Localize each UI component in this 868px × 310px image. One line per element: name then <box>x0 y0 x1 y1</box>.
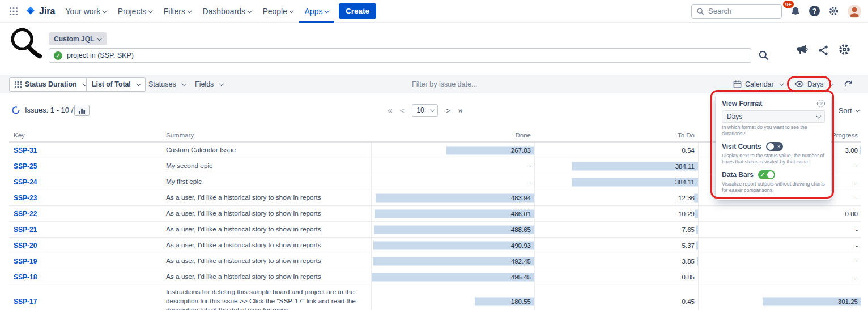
data-bars-toggle[interactable]: ✓ <box>758 170 775 179</box>
nav-item-projects[interactable]: Projects <box>112 0 158 23</box>
issue-key-link[interactable]: SSP-19 <box>14 257 37 265</box>
chevron-down-icon <box>248 8 252 13</box>
report-settings-gear-icon[interactable] <box>838 43 851 56</box>
chevron-down-icon <box>816 114 820 118</box>
nav-item-your-work[interactable]: Your work <box>59 0 112 23</box>
done-duration-cell: 483.94 <box>371 190 534 205</box>
view-format-dropdown[interactable]: Days <box>795 80 833 88</box>
issue-key-link[interactable]: SSP-17 <box>14 298 37 305</box>
global-search-input[interactable] <box>708 7 777 15</box>
nav-item-people[interactable]: People <box>257 0 299 23</box>
chevron-down-icon <box>430 107 435 112</box>
data-bars-label: Data Bars <box>722 171 754 179</box>
report-type-label: Status Duration <box>25 80 77 88</box>
duration-value: 384.11 <box>675 163 695 170</box>
summary-text: As a user, I'd like a historical story t… <box>166 273 321 282</box>
key-cell: SSP-20 <box>9 238 161 253</box>
sort-dropdown[interactable]: Sort <box>839 101 859 120</box>
global-search[interactable] <box>691 4 782 19</box>
duration-value: - <box>856 179 858 186</box>
issue-key-link[interactable]: SSP-21 <box>14 226 37 234</box>
nav-item-label: Your work <box>65 7 100 16</box>
jira-logo[interactable]: Jira <box>25 6 55 17</box>
done-duration-cell: 492.45 <box>371 253 534 269</box>
view-format-help-icon[interactable]: ? <box>817 100 825 107</box>
nav-item-dashboards[interactable]: Dashboards <box>197 0 257 23</box>
aggregation-button[interactable]: List of Total <box>86 77 146 92</box>
jql-search-button[interactable] <box>758 50 769 61</box>
duration-value: 495.45 <box>511 274 531 281</box>
help-icon[interactable]: ? <box>809 6 820 16</box>
notifications-bell-icon[interactable]: 9+ <box>790 6 801 16</box>
jira-status-duration-screen: Jira Your workProjectsFiltersDashboardsP… <box>0 0 868 310</box>
user-avatar[interactable] <box>848 5 861 18</box>
data-bar <box>373 241 534 249</box>
jql-query-input[interactable] <box>67 51 746 59</box>
chevron-down-icon <box>290 8 294 13</box>
column-header-to-do[interactable]: To Do <box>534 130 698 141</box>
duration-value: 488.65 <box>511 226 531 233</box>
announcement-icon[interactable] <box>795 44 808 56</box>
to-do-duration-cell: 12.36 <box>534 190 698 205</box>
app-switcher-icon[interactable] <box>7 5 20 18</box>
fields-dropdown[interactable]: Fields <box>195 80 223 88</box>
column-header-summary[interactable]: Summary <box>161 130 371 141</box>
column-header-done[interactable]: Done <box>371 130 534 141</box>
jql-mode-dropdown[interactable]: Custom JQL <box>49 32 107 45</box>
visit-counts-toggle[interactable]: × <box>766 142 783 151</box>
data-bar <box>374 225 534 234</box>
duration-value: - <box>529 163 531 170</box>
nav-item-label: Dashboards <box>202 7 245 16</box>
visit-counts-label: Visit Counts <box>722 143 761 150</box>
view-format-select[interactable]: Days <box>722 110 825 123</box>
issue-key-link[interactable]: SSP-20 <box>14 242 37 249</box>
days-label: Days <box>807 80 823 88</box>
nav-right-group: 9+ ? <box>691 4 861 19</box>
summary-text: As a user, I'd like a historical story t… <box>166 241 321 250</box>
brand-name: Jira <box>39 6 55 16</box>
issue-key-link[interactable]: SSP-25 <box>14 162 37 170</box>
to-do-duration-cell: 7.65 <box>534 222 698 237</box>
statuses-dropdown[interactable]: Statuses <box>148 80 185 88</box>
aggregation-label: List of Total <box>92 80 131 88</box>
issue-date-filter-input[interactable] <box>412 80 537 88</box>
previous-page-button[interactable]: < <box>400 106 405 115</box>
summary-cell: As a user, I'd like a historical story t… <box>161 206 371 221</box>
view-format-value: Days <box>727 113 742 120</box>
chevron-down-icon <box>103 8 107 13</box>
issue-key-link[interactable]: SSP-24 <box>14 178 37 186</box>
sync-icon[interactable] <box>844 79 853 89</box>
nav-item-label: Projects <box>118 7 147 16</box>
jql-mode-label: Custom JQL <box>54 35 94 43</box>
calendar-dropdown[interactable]: Calendar <box>733 80 783 88</box>
to-do-duration-cell: 10.29 <box>534 206 698 221</box>
create-button[interactable]: Create <box>339 3 376 19</box>
summary-cell: As a user, I'd like a historical story t… <box>161 222 371 237</box>
settings-gear-icon[interactable] <box>828 6 839 16</box>
first-page-button[interactable]: « <box>388 106 392 115</box>
report-type-button[interactable]: Status Duration <box>9 77 92 92</box>
duration-value: 0.85 <box>682 274 695 281</box>
summary-cell: As a user, I'd like a historical story t… <box>161 190 371 205</box>
nav-item-apps[interactable]: Apps <box>299 0 334 23</box>
last-page-button[interactable]: » <box>458 106 463 115</box>
next-page-button[interactable]: > <box>446 106 450 115</box>
issue-key-link[interactable]: SSP-23 <box>14 194 37 202</box>
nav-item-filters[interactable]: Filters <box>158 0 197 23</box>
notification-badge: 9+ <box>783 1 794 8</box>
grid-icon <box>15 81 22 88</box>
done-duration-cell: 488.65 <box>371 222 534 237</box>
done-duration-cell: 486.01 <box>371 206 534 221</box>
page-size-select[interactable]: 10 <box>412 104 438 117</box>
refresh-icon[interactable] <box>11 106 20 115</box>
issue-key-link[interactable]: SSP-18 <box>14 273 37 281</box>
issue-key-link[interactable]: SSP-22 <box>14 210 37 218</box>
share-icon[interactable] <box>818 45 829 56</box>
done-duration-cell: 180.55 <box>371 285 534 310</box>
app-logo-magnifier-icon <box>8 25 43 64</box>
column-header-key[interactable]: Key <box>9 130 161 141</box>
in-progress-duration-cell: - <box>698 222 861 237</box>
summary-cell: As a user, I'd like a historical story t… <box>161 269 371 285</box>
chart-view-button[interactable] <box>74 105 90 116</box>
issue-key-link[interactable]: SSP-31 <box>14 147 37 154</box>
